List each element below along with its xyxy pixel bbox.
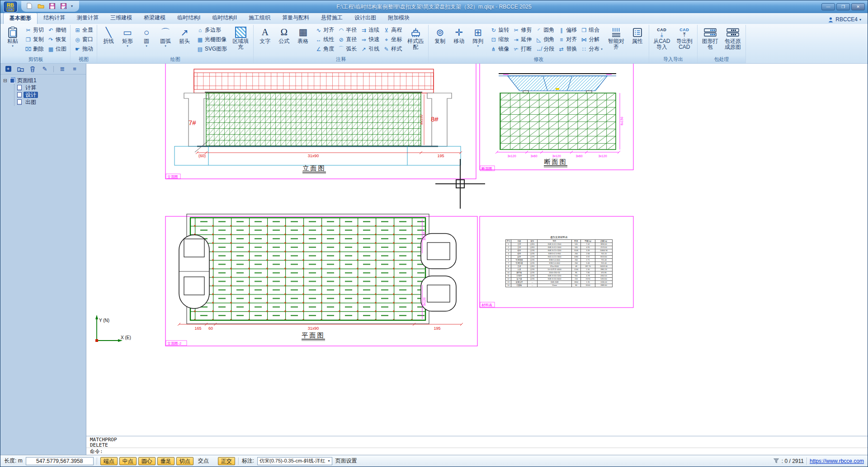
ribbon-tool[interactable]: ⊞全显 [72,26,95,34]
page-setup-button[interactable]: 页面设置 [335,457,357,465]
ribbon-large-tool[interactable]: ↗ 箭头 [175,25,194,47]
save-button[interactable] [48,2,56,9]
account-menu[interactable]: RBCCE4 ▾ [828,16,865,24]
osnap-toggle[interactable]: 端点 [100,457,118,465]
add-group-button[interactable] [17,65,24,73]
tree-item[interactable]: 计算 [17,84,83,91]
ribbon-tab[interactable]: 基本图形 [3,13,38,24]
osnap-toggle[interactable]: 中点 [119,457,137,465]
ribbon-tool[interactable]: ⊘直径 [336,36,359,43]
ribbon-tool[interactable]: ⇥延伸 [511,36,533,43]
ribbon-large-tool[interactable]: ⌒ 圆弧 ▾ [156,25,175,47]
ribbon-tab[interactable]: 悬臂施工 [315,13,349,24]
ribbon-tool[interactable]: ▦光栅图像 [195,36,229,43]
ribbon-tool[interactable]: ◠半径 [336,26,359,34]
ribbon-large-tool[interactable]: ╲ 折线 [99,25,118,47]
ribbon-tool[interactable]: ⇒快速 [359,36,381,43]
ribbon-tool[interactable]: ☛拖动 [72,45,95,53]
region-fill-button[interactable]: 区域填充 [230,25,251,50]
ribbon-large-tool[interactable]: A 文字 [255,25,274,44]
close-button[interactable]: ✕ [851,3,865,10]
ribbon-tool[interactable]: ◺倒角 [533,36,556,43]
paste-button[interactable]: 粘贴 ▾ [3,25,22,47]
restore-package-button[interactable]: 包还原成原图 [722,25,744,50]
ribbon-tool[interactable]: ↻旋转 [488,26,511,34]
qat-dropdown-icon[interactable]: ▾ [71,4,73,8]
import-from-cad-button[interactable]: CAD⤓ 从CAD导入 [651,25,673,50]
ribbon-large-tool[interactable]: ▦ 表格 [293,25,312,44]
osnap-toggle[interactable]: 交点 [195,457,212,465]
ribbon-tool[interactable]: ↔线性 [313,36,336,43]
delete-page-button[interactable] [29,65,36,73]
ribbon-large-tool[interactable]: ⊚ 复制 [430,25,449,47]
collapse-tree-button[interactable]: ≡ [71,65,78,73]
ribbon-large-tool[interactable]: Ω 公式 [274,25,293,44]
open-file-button[interactable] [37,2,44,9]
command-window[interactable]: MATCHPROPDELETE 命令: [86,436,868,455]
dim-style-select[interactable]: 仿宋(0.75)-0.35-cm-斜线-洋红 ▾ [257,457,332,465]
export-to-cad-button[interactable]: CAD⤒ 导出到CAD [674,25,695,50]
add-page-button[interactable]: + [5,65,12,73]
tree-group-node[interactable]: ⊟ 页面组1 [3,77,83,84]
ribbon-tool[interactable]: ⌒弧长 [336,45,359,53]
ribbon-tab[interactable]: 桥梁建模 [138,13,171,24]
ribbon-tool[interactable]: ⌂多边形 [195,26,229,34]
collapse-icon[interactable]: ⊟ [3,78,8,84]
minimize-button[interactable]: — [821,3,835,10]
ribbon-tool[interactable]: ∷分布▾ [579,45,604,53]
drawing-canvas[interactable]: 立面图 [86,64,868,436]
website-link[interactable]: https://www.rbcce.com [810,458,864,464]
ribbon-tool[interactable]: ▤SVG图形 [195,45,229,53]
ribbon-large-tool[interactable]: ▭ 矩形 ▾ [118,25,137,47]
tree-item[interactable]: 设计 [17,91,83,98]
ribbon-tab[interactable]: 附加模块 [382,13,415,24]
ribbon-tab[interactable]: 临时结构II [206,13,243,24]
ribbon-tab[interactable]: 结构计算 [38,13,71,24]
ribbon-tool[interactable]: ⇉连续 [359,26,381,34]
ribbon-tool[interactable]: ⊡缩放 [488,36,511,43]
ribbon-tool[interactable]: ⋔镜像 [488,45,511,53]
ribbon-tool[interactable]: ↗引线 [359,45,381,53]
ribbon-tool[interactable]: ✃打断 [511,45,533,53]
ribbon-tool[interactable]: ∥偏移 [556,26,579,34]
ribbon-tool[interactable]: ⊻高程 [381,26,404,34]
osnap-toggle[interactable]: 正交 [218,457,235,465]
ribbon-tab[interactable]: 算量与配料 [276,13,315,24]
package-graphics-button[interactable]: 图形打包 [699,25,721,50]
ribbon-tool[interactable]: ↮分段 [533,45,556,53]
new-file-button[interactable] [26,2,33,9]
ribbon-tool[interactable]: ↷恢复 [46,36,68,43]
save-as-button[interactable] [60,2,67,9]
ribbon-tool[interactable]: ≡对齐 [556,36,579,43]
ribbon-tab[interactable]: 临时结构I [171,13,206,24]
properties-button[interactable]: 属性 [628,25,647,44]
osnap-toggle[interactable]: 垂足 [157,457,175,465]
ribbon-tool[interactable]: ⋈分解 [579,36,604,43]
ribbon-tool[interactable]: ❒组合 [579,26,604,34]
command-prompt[interactable]: 命令: [86,448,868,455]
ribbon-tool[interactable]: ∿对齐 [313,26,336,34]
ribbon-tab[interactable]: 设计出图 [349,13,382,24]
ribbon-tool[interactable]: ⌖坐标 [381,36,404,43]
ribbon-tool[interactable]: ❐复制 [23,36,46,43]
ribbon-tool[interactable]: ✎样式 [381,45,404,53]
ribbon-tab[interactable]: 施工组织 [243,13,276,24]
ribbon-tab[interactable]: 测量计算 [71,13,104,24]
tree-item[interactable]: 出图 [17,98,83,106]
ribbon-tool[interactable]: ⇄替换 [556,45,579,53]
ribbon-tool[interactable]: ✂剪切 [23,26,46,34]
osnap-toggle[interactable]: 圆心 [138,457,156,465]
ribbon-large-tool[interactable]: ⊞ 阵列 ▾ [468,25,487,47]
ribbon-large-tool[interactable]: ○ 圆 ▾ [137,25,156,47]
ribbon-tool[interactable]: ∠角度 [313,45,336,53]
ribbon-large-tool[interactable]: ✛ 移动 [449,25,468,47]
maximize-button[interactable]: ❐ [836,3,850,10]
ribbon-tool[interactable]: ◎窗口 [72,36,95,43]
style-match-button[interactable]: 样式匹配 [405,25,426,50]
osnap-toggle[interactable]: 切点 [176,457,193,465]
ribbon-tool[interactable]: ✂修剪 [511,26,533,34]
smart-align-button[interactable]: 智能对齐 [605,25,627,50]
ribbon-tool[interactable]: ◜圆角 [533,26,556,34]
rename-page-button[interactable]: ✎ [41,65,48,73]
expand-tree-button[interactable]: ≣ [59,65,66,73]
